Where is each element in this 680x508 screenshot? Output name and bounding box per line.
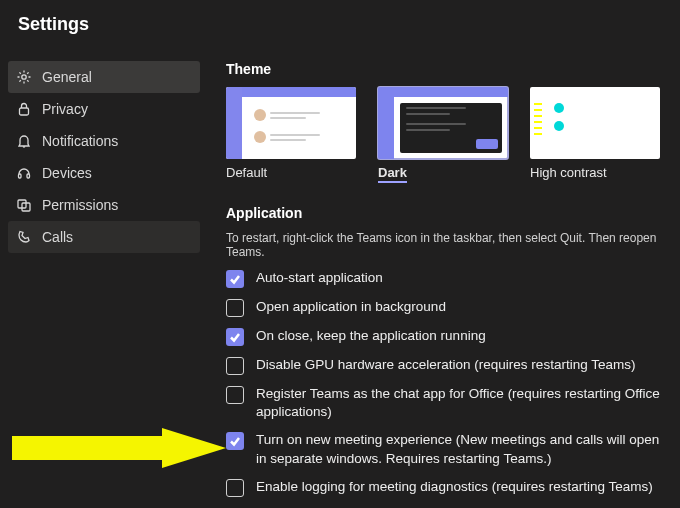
bell-icon (16, 133, 32, 149)
app-option-5[interactable]: Turn on new meeting experience (New meet… (226, 431, 668, 467)
app-option-label: On close, keep the application running (256, 327, 486, 345)
lock-icon (16, 101, 32, 117)
sidebar-item-label: General (42, 69, 92, 85)
checkbox[interactable] (226, 386, 244, 404)
checkbox[interactable] (226, 328, 244, 346)
checkbox[interactable] (226, 479, 244, 497)
app-option-0[interactable]: Auto-start application (226, 269, 668, 288)
page-title: Settings (0, 0, 680, 35)
app-option-label: Turn on new meeting experience (New meet… (256, 431, 668, 467)
app-option-label: Enable logging for meeting diagnostics (… (256, 478, 653, 496)
checkbox[interactable] (226, 432, 244, 450)
sidebar-item-label: Notifications (42, 133, 118, 149)
app-option-label: Open application in background (256, 298, 446, 316)
theme-options: DefaultDarkHigh contrast (226, 87, 668, 183)
app-option-4[interactable]: Register Teams as the chat app for Offic… (226, 385, 668, 421)
gear-icon (16, 69, 32, 85)
checkbox[interactable] (226, 299, 244, 317)
app-option-2[interactable]: On close, keep the application running (226, 327, 668, 346)
headset-icon (16, 165, 32, 181)
sidebar-item-calls[interactable]: Calls (8, 221, 200, 253)
app-option-6[interactable]: Enable logging for meeting diagnostics (… (226, 478, 668, 497)
app-option-label: Disable GPU hardware acceleration (requi… (256, 356, 635, 374)
sidebar-item-label: Calls (42, 229, 73, 245)
sidebar-item-devices[interactable]: Devices (8, 157, 200, 189)
theme-thumb-default (226, 87, 356, 159)
sidebar-item-permissions[interactable]: Permissions (8, 189, 200, 221)
sidebar-item-notifications[interactable]: Notifications (8, 125, 200, 157)
theme-heading: Theme (226, 61, 668, 77)
app-option-label: Auto-start application (256, 269, 383, 287)
checkbox[interactable] (226, 357, 244, 375)
theme-thumb-dark (378, 87, 508, 159)
sidebar-item-label: Privacy (42, 101, 88, 117)
theme-option-label: Dark (378, 165, 407, 183)
theme-option-label: High contrast (530, 165, 660, 180)
application-options: Auto-start applicationOpen application i… (226, 269, 668, 497)
app-option-3[interactable]: Disable GPU hardware acceleration (requi… (226, 356, 668, 375)
permissions-icon (16, 197, 32, 213)
theme-option-dark[interactable]: Dark (378, 87, 508, 183)
sidebar-item-label: Permissions (42, 197, 118, 213)
app-option-label: Register Teams as the chat app for Offic… (256, 385, 668, 421)
sidebar-item-label: Devices (42, 165, 92, 181)
application-heading: Application (226, 205, 668, 221)
app-option-1[interactable]: Open application in background (226, 298, 668, 317)
application-hint: To restart, right-click the Teams icon i… (226, 231, 668, 259)
theme-option-label: Default (226, 165, 356, 180)
theme-option-default[interactable]: Default (226, 87, 356, 183)
checkbox[interactable] (226, 270, 244, 288)
sidebar-item-general[interactable]: General (8, 61, 200, 93)
phone-icon (16, 229, 32, 245)
sidebar-item-privacy[interactable]: Privacy (8, 93, 200, 125)
settings-main: Theme DefaultDarkHigh contrast Applicati… (208, 35, 680, 497)
theme-thumb-high-contrast (530, 87, 660, 159)
settings-sidebar: GeneralPrivacyNotificationsDevicesPermis… (0, 35, 208, 497)
theme-option-hc[interactable]: High contrast (530, 87, 660, 183)
